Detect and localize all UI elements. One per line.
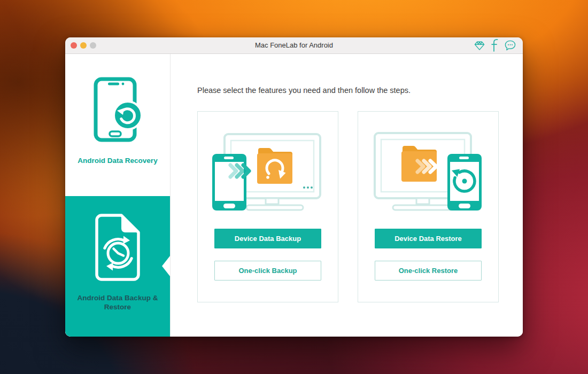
zoom-button[interactable]	[90, 42, 96, 49]
instruction-text: Please select the features you need and …	[197, 86, 411, 95]
sidebar-item-label: Android Data Backup & Restore	[71, 294, 165, 312]
phone-recovery-icon	[94, 77, 143, 142]
restore-card: Device Data Restore One-click Restore	[358, 111, 499, 302]
device-data-restore-button[interactable]: Device Data Restore	[375, 229, 482, 248]
desktop-wallpaper: { "window": { "title": "Mac FoneLab for …	[0, 0, 588, 374]
main-content: Please select the features you need and …	[170, 54, 523, 337]
phone-to-computer-backup-illustration	[206, 127, 330, 221]
titlebar-actions	[474, 37, 516, 53]
sidebar-item-android-data-recovery[interactable]: Android Data Recovery	[65, 54, 170, 196]
window-title: Mac FoneLab for Android	[65, 37, 523, 53]
computer-to-phone-restore-illustration	[366, 127, 490, 221]
facebook-icon[interactable]	[491, 39, 498, 52]
minimize-button[interactable]	[80, 42, 87, 49]
feedback-chat-icon[interactable]	[504, 40, 516, 51]
backup-card: Device Data Backup One-click Backup	[197, 111, 338, 302]
sidebar-item-android-data-backup-restore[interactable]: Android Data Backup & Restore	[65, 196, 170, 337]
gem-icon[interactable]	[474, 40, 485, 51]
titlebar: Mac FoneLab for Android	[65, 37, 523, 54]
selected-item-notch	[162, 256, 170, 276]
file-clock-backup-icon	[91, 213, 145, 283]
one-click-restore-button[interactable]: One-click Restore	[375, 261, 482, 280]
sidebar: Android Data Recovery Android Data Backu…	[65, 54, 170, 337]
sidebar-item-label: Android Data Recovery	[71, 157, 165, 166]
app-window: Mac FoneLab for Android	[65, 37, 523, 337]
close-button[interactable]	[71, 42, 77, 49]
one-click-backup-button[interactable]: One-click Backup	[214, 261, 321, 280]
device-data-backup-button[interactable]: Device Data Backup	[214, 229, 321, 248]
